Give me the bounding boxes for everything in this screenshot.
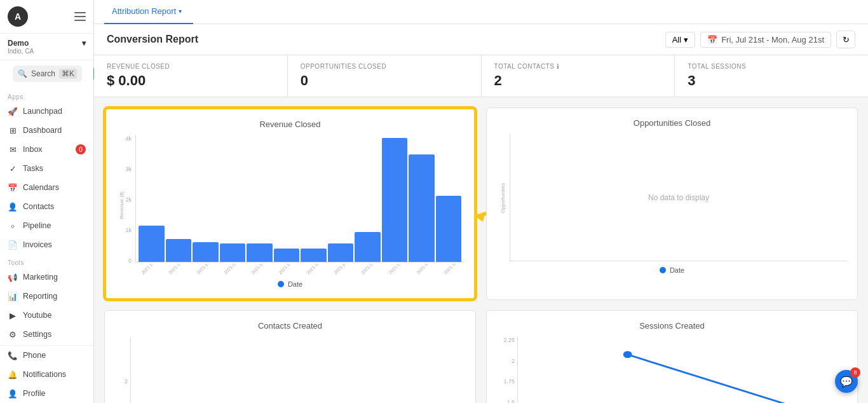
search-bar[interactable]: 🔍 Search ⌘K (13, 65, 82, 82)
stat-revenue-label: REVENUE CLOSED (107, 63, 275, 70)
sidebar-item-contacts[interactable]: 👤Contacts (0, 197, 93, 216)
sessions-chart-area (517, 337, 847, 403)
sidebar-item-label: Tasks (23, 164, 43, 173)
legend-dot (278, 281, 284, 287)
stat-contacts-value: 2 (494, 72, 662, 89)
sidebar-item-launchpad[interactable]: 🚀Launchpad (0, 102, 93, 121)
x-label: 2021-11-15 (249, 264, 276, 275)
x-label: 2021-11-19 (304, 264, 331, 275)
bar (301, 249, 327, 262)
stat-opportunities-closed: OPPORTUNITIES CLOSED 0 (288, 55, 482, 97)
opp-chart-title: Opportunities Closed (497, 118, 847, 128)
sidebar-item-label: Inbox (23, 145, 43, 154)
svg-point-2 (623, 351, 632, 358)
y-label-4k: 4k (125, 135, 132, 142)
opp-y-axis: Opportunities (497, 134, 510, 261)
opp-chart-body: Opportunities No data to display (497, 134, 847, 261)
sidebar-item-reporting[interactable]: 📊Reporting (0, 287, 93, 306)
stat-total-contacts: TOTAL CONTACTS ℹ 2 (482, 55, 675, 97)
page-header: Conversion Report All ▾ 📅 Fri, Jul 21st … (94, 24, 868, 55)
sidebar-item-label: Pipeline (23, 221, 51, 230)
info-icon: ℹ (557, 63, 560, 70)
sidebar-item-calendars[interactable]: 📅Calendars (0, 178, 93, 197)
inbox-icon: ✉ (8, 144, 18, 154)
dashboard-icon: ⊞ (8, 125, 18, 135)
bars-container: 2021-11-082021-11-092021-11-112021-11-13… (135, 135, 464, 275)
hamburger-menu[interactable] (74, 12, 86, 21)
opp-chart-area: No data to display (510, 134, 847, 261)
x-label: 2021-11-13 (222, 264, 248, 275)
contacts-chart-title: Contacts Created (115, 321, 465, 331)
filter-select[interactable]: All ▾ (665, 32, 695, 48)
sidebar-item-phone[interactable]: 📞Phone (0, 346, 93, 365)
sidebar-item-pipeline[interactable]: ⬦Pipeline (0, 216, 93, 235)
tasks-icon: ✓ (8, 163, 18, 174)
demo-name: Demo (8, 39, 29, 48)
opp-legend-dot (660, 267, 666, 273)
contacts-chart-area (130, 337, 465, 403)
stat-revenue-closed: REVENUE CLOSED $ 0.00 (94, 55, 288, 97)
y-axis-label: Revenue ($) (119, 191, 125, 219)
sidebar-item-marketing[interactable]: 📢Marketing (0, 268, 93, 287)
sidebar: A Demo ▾ Indio, CA 🔍 Search ⌘K ⚡ Apps 🚀L… (0, 0, 94, 403)
contacts-created-chart: Contacts Created 2 Date (104, 310, 476, 403)
bar (139, 226, 165, 262)
profile-icon: 👤 (8, 388, 18, 399)
bar (436, 196, 462, 262)
demo-selector[interactable]: Demo ▾ Indio, CA (0, 34, 93, 60)
bar-chart: 4k 3k 2k 1k 0 Revenue ($) (116, 135, 464, 275)
filter-label: All (672, 35, 681, 44)
sidebar-item-notifications[interactable]: 🔔Notifications (0, 365, 93, 384)
bar (247, 243, 273, 262)
opp-no-data: No data to display (648, 193, 709, 202)
y-label-2k: 2k (125, 196, 132, 203)
sidebar-item-settings[interactable]: ⚙Settings (0, 325, 93, 344)
charts-area: Revenue Closed 4k 3k 2k 1k 0 Reven (94, 97, 868, 403)
opp-y-label: Opportunities (501, 182, 506, 213)
sidebar-item-youtube[interactable]: ▶Youtube (0, 306, 93, 325)
s-label-15: 1.5 (506, 399, 515, 404)
sidebar-item-dashboard[interactable]: ⊞Dashboard (0, 121, 93, 140)
y-label-1k: 1k (125, 227, 132, 233)
refresh-button[interactable]: ↻ (836, 31, 855, 48)
sidebar-item-label: Marketing (23, 273, 58, 282)
date-range-picker[interactable]: 📅 Fri, Jul 21st - Mon, Aug 21st (700, 32, 831, 48)
y-label-3k: 3k (125, 166, 132, 172)
sessions-y-axis: 2.25 2 1.75 1.5 1.25 (497, 337, 517, 403)
top-nav: Google AdsFacebook AdsAttribution Report… (94, 0, 868, 24)
x-label: 2021-12-01 (442, 264, 464, 275)
sessions-chart-svg (518, 337, 847, 403)
sidebar-item-label: Dashboard (23, 126, 62, 135)
reporting-icon: 📊 (8, 291, 18, 301)
bottom-items: 📞Phone🔔Notifications👤Profile (0, 346, 93, 403)
tab-attribution-report[interactable]: Attribution Report▾ (104, 0, 193, 24)
search-placeholder: Search (31, 69, 55, 78)
contacts-icon: 👤 (8, 202, 18, 212)
sidebar-item-label: Phone (23, 351, 46, 360)
settings-icon: ⚙ (8, 329, 18, 339)
sidebar-item-tasks[interactable]: ✓Tasks (0, 159, 93, 178)
sidebar-item-label: Settings (23, 330, 51, 339)
nav-items: 🚀Launchpad⊞Dashboard✉Inbox0✓Tasks📅Calend… (0, 102, 93, 254)
sessions-chart-title: Sessions Created (497, 321, 847, 331)
sessions-chart-body: 2.25 2 1.75 1.5 1.25 (497, 337, 847, 403)
x-label: 2021-11-30 (414, 264, 441, 275)
apps-label: Apps (0, 91, 93, 102)
demo-label[interactable]: Demo ▾ (8, 39, 86, 48)
chat-icon: 💬 (840, 376, 853, 388)
search-row: 🔍 Search ⌘K ⚡ (0, 60, 93, 91)
chevron-down-icon: ▾ (179, 8, 182, 15)
svg-marker-0 (474, 212, 485, 222)
sidebar-item-inbox[interactable]: ✉Inbox0 (0, 140, 93, 159)
stat-sessions-value: 3 (688, 72, 855, 89)
revenue-closed-chart: Revenue Closed 4k 3k 2k 1k 0 Reven (104, 107, 476, 300)
inbox-badge: 0 (76, 144, 86, 154)
chat-bubble[interactable]: 💬 8 (835, 370, 858, 393)
contacts-y-label-2: 2 (125, 378, 128, 385)
search-shortcut: ⌘K (59, 69, 77, 79)
sidebar-item-profile[interactable]: 👤Profile (0, 384, 93, 403)
bar (409, 154, 435, 262)
opportunities-closed-chart: Opportunities Closed Opportunities No da… (486, 107, 858, 300)
s-label-175: 1.75 (503, 378, 515, 385)
sidebar-item-invoices[interactable]: 📄Invoices (0, 235, 93, 254)
